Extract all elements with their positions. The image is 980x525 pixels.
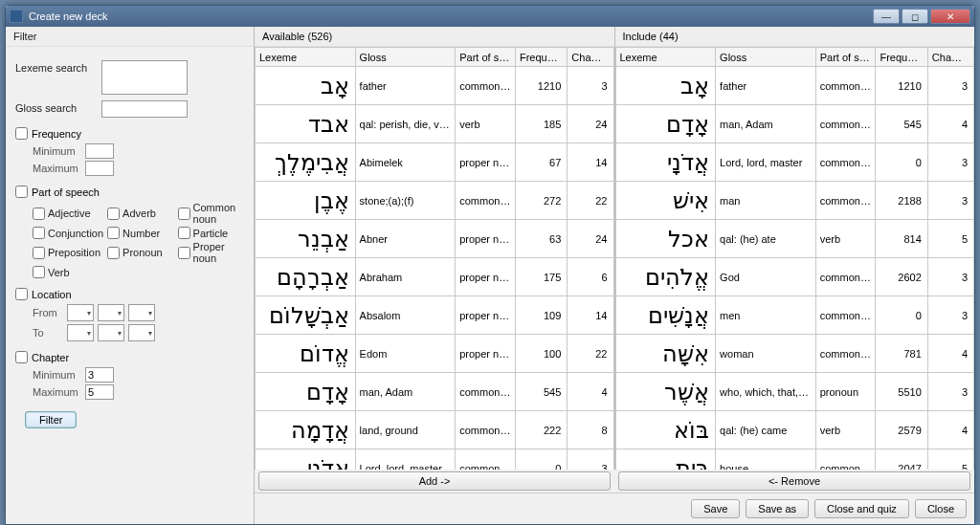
loc-to-label: To (33, 327, 63, 339)
close-and-quiz-button[interactable]: Close and quiz (814, 499, 909, 518)
table-row[interactable]: אָבfathercommon noun12103 (256, 67, 614, 105)
table-row[interactable]: אבדqal: perish, die, vanish;;...verb1852… (256, 105, 614, 143)
cell-chapter: 3 (927, 373, 973, 411)
loc-from-ch[interactable] (98, 304, 124, 321)
pos-option-adverb[interactable]: Adverb (107, 202, 173, 225)
gloss-search-input[interactable] (101, 100, 188, 118)
column-header[interactable]: Chapter (927, 48, 973, 67)
chapter-min-input[interactable] (85, 367, 114, 383)
cell-pos: proper noun (456, 296, 516, 335)
cell-pos: common noun (815, 449, 876, 470)
cell-gloss: stone;(a);(f) (355, 182, 456, 220)
cell-frequency: 2602 (876, 258, 927, 296)
column-header[interactable]: Gloss (355, 48, 456, 67)
column-header[interactable]: Frequency (876, 48, 927, 67)
pos-option-common-noun[interactable]: Common noun (178, 202, 244, 225)
table-row[interactable]: בַּיִתhousecommon noun20475 (615, 449, 974, 470)
cell-pos: common no... (815, 143, 876, 182)
chapter-max-input[interactable] (85, 384, 114, 400)
freq-min-input[interactable] (85, 143, 114, 159)
column-header[interactable]: Chapter (568, 48, 613, 67)
loc-to-book[interactable] (67, 324, 94, 341)
column-header[interactable]: Frequency (515, 48, 567, 67)
cell-lexeme: אִשָּׁה (615, 335, 716, 373)
cell-gloss: Absalom (355, 296, 456, 335)
pos-option-preposition[interactable]: Preposition (33, 241, 103, 264)
cell-lexeme: אֱדוֹם (256, 335, 356, 373)
table-row[interactable]: אַבְנֵרAbnerproper noun6324 (256, 220, 614, 258)
cell-pos: common noun (815, 105, 876, 143)
cell-lexeme: בּוֹא (615, 411, 716, 449)
table-row[interactable]: אִשָּׁהwomancommon noun7814 (615, 335, 974, 373)
column-header[interactable]: Lexeme (615, 48, 716, 67)
table-row[interactable]: בּוֹאqal: (he) cameverb25794 (615, 411, 974, 449)
table-row[interactable]: אֱדוֹםEdomproper noun10022 (256, 335, 614, 373)
column-header[interactable]: Part of sp... (815, 48, 876, 67)
table-row[interactable]: אַבְרָהָםAbrahamproper noun1756 (256, 258, 614, 296)
table-row[interactable]: אֲשֶׁרwho, which, that, that ...pronoun5… (615, 373, 974, 411)
column-header[interactable]: Part of sp... (456, 48, 516, 67)
loc-from-v[interactable] (128, 304, 155, 321)
cell-chapter: 3 (927, 67, 973, 105)
column-header[interactable]: Lexeme (256, 48, 356, 67)
cell-gloss: qal: perish, die, vanish;;... (355, 105, 456, 143)
available-grid[interactable]: LexemeGlossPart of sp...FrequencyChapter… (255, 47, 614, 470)
table-row[interactable]: אִישׁmancommon noun21883 (615, 182, 974, 220)
add-button[interactable]: Add -> (258, 471, 611, 491)
cell-chapter: 5 (927, 220, 973, 258)
filter-button[interactable]: Filter (25, 411, 77, 428)
maximize-button[interactable]: ◻ (902, 9, 928, 24)
cell-frequency: 175 (515, 258, 567, 296)
pos-option-adjective[interactable]: Adjective (33, 202, 103, 225)
cell-pos: pronoun (815, 373, 876, 411)
table-row[interactable]: אֶבֶןstone;(a);(f)common noun27222 (256, 182, 614, 220)
table-row[interactable]: אָדָםman, Adamcommon noun5454 (256, 373, 614, 411)
pos-option-conjunction[interactable]: Conjunction (33, 227, 103, 239)
table-row[interactable]: אֲדֹנָיLord, lord, mastercommon no...03 (615, 143, 974, 182)
table-row[interactable]: אֲנָשִׁיםmencommon noun03 (615, 296, 974, 335)
pos-option-particle[interactable]: Particle (178, 227, 244, 239)
save-button[interactable]: Save (691, 499, 740, 518)
include-panel: Include (44) LexemeGlossPart of sp...Fre… (614, 27, 975, 470)
loc-to-v[interactable] (128, 324, 155, 341)
loc-from-book[interactable] (67, 304, 94, 321)
chapter-checkbox[interactable] (15, 351, 28, 363)
cell-gloss: man (716, 182, 816, 220)
app-icon (10, 10, 23, 23)
table-row[interactable]: אָבfathercommon noun12103 (615, 67, 974, 105)
freq-min-label: Minimum (33, 145, 85, 157)
include-grid[interactable]: LexemeGlossPart of sp...FrequencyChapter… (615, 47, 975, 470)
cell-lexeme: אָב (256, 67, 356, 105)
close-window-button[interactable]: ✕ (930, 9, 970, 24)
cell-gloss: Lord, lord, master (716, 143, 816, 182)
table-row[interactable]: אֲדָמָהland, groundcommon noun2228 (256, 411, 614, 449)
cell-lexeme: אָדָם (615, 105, 716, 143)
minimize-button[interactable]: — (873, 9, 900, 24)
freq-max-input[interactable] (85, 161, 114, 176)
cell-chapter: 3 (568, 67, 613, 105)
cell-chapter: 14 (568, 143, 613, 182)
lexeme-search-input[interactable] (101, 60, 188, 95)
table-row[interactable]: אכלqal: (he) ateverb8145 (615, 220, 974, 258)
pos-option-number[interactable]: Number (107, 227, 173, 239)
cell-pos: proper noun (456, 258, 516, 296)
pos-option-pronoun[interactable]: Pronoun (107, 241, 173, 264)
table-row[interactable]: אֲבִימֶלֶךְAbimelekproper noun6714 (256, 143, 614, 182)
table-row[interactable]: אֱלֹהִיםGodcommon noun26023 (615, 258, 974, 296)
remove-button[interactable]: <- Remove (618, 471, 970, 491)
pos-option-verb[interactable]: Verb (33, 266, 103, 278)
cell-chapter: 22 (568, 335, 613, 373)
location-checkbox[interactable] (15, 288, 28, 300)
table-row[interactable]: אֲדֹנָיLord, lord, mastercommon no...03 (256, 449, 614, 470)
pos-checkbox[interactable] (15, 186, 28, 198)
cell-chapter: 6 (568, 258, 613, 296)
column-header[interactable]: Gloss (716, 48, 816, 67)
cell-frequency: 272 (515, 182, 567, 220)
pos-option-proper-noun[interactable]: Proper noun (178, 241, 244, 264)
frequency-checkbox[interactable] (15, 127, 28, 140)
loc-to-ch[interactable] (98, 324, 124, 341)
table-row[interactable]: אַבְשָׁלוֹםAbsalomproper noun10914 (256, 296, 614, 335)
table-row[interactable]: אָדָםman, Adamcommon noun5454 (615, 105, 974, 143)
close-button[interactable]: Close (915, 499, 967, 518)
save-as-button[interactable]: Save as (746, 499, 809, 518)
